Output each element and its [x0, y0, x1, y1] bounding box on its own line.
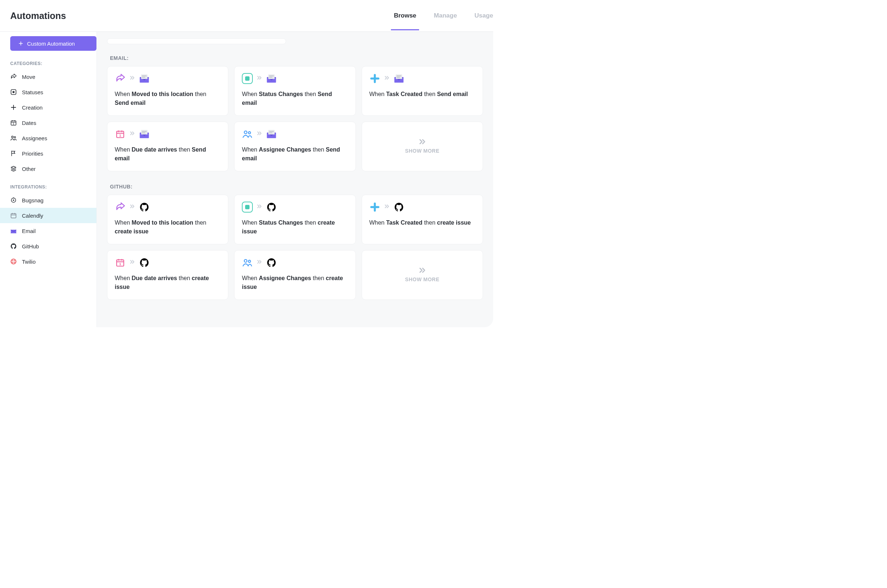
automation-desc: When Assignee Changes then create issue — [242, 274, 348, 291]
integration-label: Bugsnag — [22, 197, 44, 203]
status-icon — [242, 202, 253, 213]
custom-automation-button[interactable]: Custom Automation — [10, 36, 96, 51]
content: EMAIL: When Moved to this location then … — [97, 32, 493, 327]
chevrons-icon — [257, 75, 262, 82]
automation-card[interactable]: When Assignee Changes then create issue — [234, 250, 356, 300]
email-icon — [393, 73, 404, 84]
integration-twilio[interactable]: Twilio — [0, 254, 96, 269]
github-icon — [266, 202, 277, 213]
automation-desc: When Moved to this location then create … — [115, 218, 221, 236]
chevrons-icon — [257, 203, 262, 211]
people-icon — [242, 257, 253, 268]
category-label: Other — [22, 166, 36, 172]
plus-icon — [10, 104, 17, 111]
chevrons-icon — [384, 203, 390, 211]
placeholder-card — [107, 38, 286, 44]
chevrons-icon — [257, 130, 262, 138]
show-more-label: SHOW MORE — [405, 148, 440, 154]
email-icon — [266, 129, 277, 140]
category-label: Creation — [22, 105, 43, 111]
email-icon — [139, 73, 150, 84]
automation-card[interactable]: When Moved to this location then create … — [107, 195, 228, 244]
email-icon — [10, 228, 17, 234]
email-icon — [139, 129, 150, 140]
plus-icon — [369, 73, 380, 84]
calendar-icon — [10, 119, 17, 126]
categories-list: Move Statuses Creation Dates Assignees P… — [0, 69, 96, 176]
automation-card[interactable]: When Moved to this location then Send em… — [107, 66, 228, 116]
integration-github[interactable]: GitHub — [0, 238, 96, 254]
plus-icon — [18, 40, 24, 47]
automation-card[interactable]: When Task Created then create issue — [362, 195, 483, 244]
custom-automation-label: Custom Automation — [27, 40, 75, 47]
category-label: Dates — [22, 120, 36, 126]
automation-card[interactable]: When Status Changes then Send email — [234, 66, 356, 116]
category-other[interactable]: Other — [0, 161, 96, 176]
automation-desc: When Moved to this location then Send em… — [115, 90, 221, 107]
status-icon — [10, 89, 17, 95]
plus-icon — [369, 202, 380, 213]
automation-desc: When Task Created then Send email — [369, 90, 475, 99]
category-dates[interactable]: Dates — [0, 115, 96, 130]
automation-card[interactable]: When Due date arrives then Send email — [107, 122, 228, 171]
integration-label: Email — [22, 228, 36, 234]
category-label: Statuses — [22, 89, 43, 95]
show-more-button[interactable]: SHOW MORE — [362, 122, 483, 171]
category-priorities[interactable]: Priorities — [0, 146, 96, 161]
automation-desc: When Assignee Changes then Send email — [242, 146, 348, 163]
chevrons-icon — [257, 259, 262, 266]
show-more-label: SHOW MORE — [405, 276, 440, 282]
integration-email[interactable]: Email — [0, 223, 96, 238]
category-statuses[interactable]: Statuses — [0, 84, 96, 100]
integration-label: Twilio — [22, 259, 36, 265]
chevrons-icon — [129, 75, 135, 82]
github-icon — [139, 257, 150, 268]
categories-label: CATEGORIES: — [0, 58, 96, 69]
integration-label: Calendly — [22, 213, 43, 219]
automation-card[interactable]: When Status Changes then create issue — [234, 195, 356, 244]
category-creation[interactable]: Creation — [0, 100, 96, 115]
github-icon — [393, 202, 404, 213]
section-title-github: GITHUB: — [110, 184, 483, 189]
automation-desc: When Task Created then create issue — [369, 218, 475, 227]
category-assignees[interactable]: Assignees — [0, 130, 96, 146]
chevrons-icon — [418, 266, 426, 274]
github-icon — [139, 202, 150, 213]
stack-icon — [10, 165, 17, 172]
page-title: Automations — [10, 10, 66, 21]
tab-manage[interactable]: Manage — [431, 1, 460, 30]
people-icon — [242, 129, 253, 140]
calendar-icon — [115, 129, 126, 140]
show-more-button[interactable]: SHOW MORE — [362, 250, 483, 300]
email-icon — [266, 73, 277, 84]
chevrons-icon — [129, 130, 135, 138]
chevrons-icon — [384, 75, 390, 82]
email-cards: When Moved to this location then Send em… — [107, 66, 483, 171]
integration-bugsnag[interactable]: Bugsnag — [0, 192, 96, 208]
automation-card[interactable]: When Task Created then Send email — [362, 66, 483, 116]
section-title-email: EMAIL: — [110, 55, 483, 61]
integration-label: GitHub — [22, 243, 39, 249]
integrations-label: INTEGRATIONS: — [0, 182, 96, 192]
category-label: Assignees — [22, 135, 47, 141]
chevrons-icon — [418, 138, 426, 146]
app-header: Automations Browse Manage Usage — [0, 0, 493, 32]
category-move[interactable]: Move — [0, 69, 96, 84]
share-icon — [10, 74, 17, 80]
twilio-icon — [10, 258, 17, 265]
calendly-icon — [10, 212, 17, 219]
github-icon — [266, 257, 277, 268]
calendar-icon — [115, 257, 126, 268]
tab-usage[interactable]: Usage — [472, 1, 493, 30]
category-label: Priorities — [22, 150, 43, 157]
automation-desc: When Due date arrives then create issue — [115, 274, 221, 291]
flag-icon — [10, 150, 17, 157]
automation-card[interactable]: When Due date arrives then create issue — [107, 250, 228, 300]
chevrons-icon — [129, 203, 135, 211]
tab-browse[interactable]: Browse — [391, 1, 419, 30]
integration-calendly[interactable]: Calendly — [0, 208, 96, 223]
integrations-list: Bugsnag Calendly Email GitHub Twilio — [0, 192, 96, 269]
automation-card[interactable]: When Assignee Changes then Send email — [234, 122, 356, 171]
status-icon — [242, 73, 253, 84]
bugsnag-icon — [10, 197, 17, 203]
